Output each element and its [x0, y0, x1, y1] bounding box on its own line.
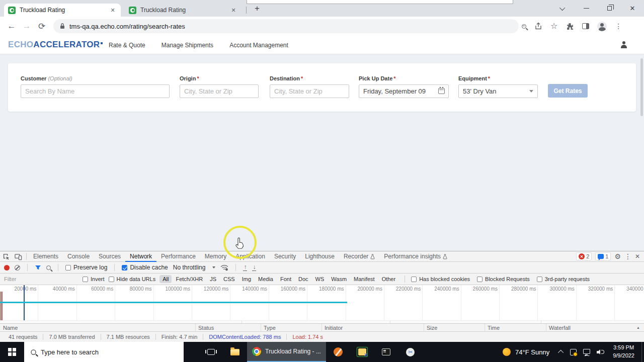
settings-gear-icon[interactable]: ⚙	[614, 253, 621, 260]
new-tab-button[interactable]: +	[251, 3, 263, 15]
type-pill[interactable]: Fetch/XHR	[173, 275, 206, 283]
share-icon[interactable]	[534, 22, 542, 30]
devtools-tab[interactable]: Memory	[200, 251, 231, 262]
address-bar[interactable]: tms-qa.qa.echo.com/rating/search-rates	[53, 19, 519, 33]
tab-close-icon[interactable]: ✕	[109, 6, 117, 14]
sort-arrow-icon[interactable]: ▲	[636, 326, 640, 329]
taskbar-clock[interactable]: 3:59 PM 9/9/2022	[608, 342, 639, 362]
reload-icon[interactable]: ⟳	[34, 21, 49, 32]
devtools-close-icon[interactable]: ✕	[635, 253, 640, 260]
customer-input[interactable]	[21, 84, 170, 98]
start-button[interactable]	[0, 342, 24, 362]
column-header[interactable]: Initiator	[325, 325, 343, 331]
nav-item[interactable]: Manage Shipments	[162, 42, 213, 49]
disable-cache-checkbox[interactable]: Disable cache	[122, 264, 168, 271]
invert-checkbox[interactable]: Invert	[83, 276, 105, 282]
taskbar-weather[interactable]: 74°F Sunny	[497, 342, 555, 362]
type-pill[interactable]: Other	[379, 275, 399, 283]
account-person-icon[interactable]	[620, 41, 628, 49]
nav-item[interactable]: Rate & Quote	[109, 42, 145, 49]
filter-checkbox[interactable]: Has blocked cookies	[411, 276, 470, 282]
devtools-tab[interactable]: Lighthouse	[300, 251, 339, 262]
nav-item[interactable]: Account Management	[229, 42, 288, 49]
pinned-app-button[interactable]: ✂	[398, 342, 423, 362]
destination-input[interactable]	[270, 84, 349, 98]
inspect-element-icon[interactable]	[0, 251, 12, 261]
devtools-tab[interactable]: Network	[125, 251, 156, 262]
show-desktop-button[interactable]	[641, 342, 644, 362]
type-pill[interactable]: JS	[207, 275, 219, 283]
back-icon[interactable]: ←	[4, 21, 19, 31]
column-header[interactable]: Time	[488, 325, 500, 331]
column-header[interactable]: Waterfall	[549, 325, 571, 331]
preserve-log-checkbox[interactable]: Preserve log	[65, 264, 107, 271]
column-header[interactable]: Type	[264, 325, 276, 331]
hide-data-urls-checkbox[interactable]: Hide data URLs	[109, 276, 156, 282]
devtools-tab[interactable]: Performance	[156, 251, 200, 262]
pinned-app-button[interactable]	[374, 342, 398, 362]
network-tray-icon[interactable]	[583, 349, 590, 354]
file-explorer-button[interactable]	[223, 342, 247, 362]
volume-icon[interactable]	[597, 349, 604, 355]
devtools-menu-kebab-icon[interactable]: ⋮	[624, 252, 631, 260]
taskbar-search[interactable]	[24, 342, 184, 362]
tray-chevron-icon[interactable]	[558, 350, 564, 355]
minimize-icon[interactable]	[575, 0, 598, 17]
type-pill[interactable]: CSS	[220, 275, 238, 283]
origin-input[interactable]	[180, 84, 259, 98]
filter-checkbox[interactable]: Blocked Requests	[477, 276, 530, 282]
network-conditions-icon[interactable]	[220, 264, 228, 271]
type-pill[interactable]: Manifest	[351, 275, 378, 283]
browser-menu-kebab-icon[interactable]: ⋮	[615, 22, 622, 30]
devtools-tab[interactable]: Elements	[29, 251, 63, 262]
pinned-app-button[interactable]	[326, 342, 350, 362]
extensions-puzzle-icon[interactable]	[566, 22, 574, 31]
device-toolbar-icon[interactable]	[12, 251, 24, 261]
filter-input[interactable]	[4, 276, 78, 283]
devtools-tab[interactable]: Security	[270, 251, 300, 262]
type-pill[interactable]: Img	[239, 275, 254, 283]
import-har-icon[interactable]: ↑	[243, 264, 247, 271]
window-close-icon[interactable]: ✕	[621, 0, 644, 17]
clear-icon[interactable]	[15, 265, 20, 270]
zoom-icon[interactable]	[522, 24, 526, 29]
page-scrollbar[interactable]	[640, 58, 643, 116]
side-panel-icon[interactable]	[582, 23, 589, 29]
restore-icon[interactable]	[598, 0, 621, 17]
tab-truckload-rating-2[interactable]: Truckload Rating ✕	[125, 4, 242, 17]
column-header[interactable]: Size	[427, 325, 437, 331]
devtools-tab[interactable]: Console	[63, 251, 94, 262]
column-header[interactable]: Status	[198, 325, 214, 331]
type-pill[interactable]: All	[159, 275, 172, 283]
network-overview[interactable]: 20000 ms40000 ms60000 ms80000 ms100000 m…	[0, 285, 644, 324]
type-pill[interactable]: Wasm	[328, 275, 350, 283]
type-pill[interactable]: Font	[277, 275, 294, 283]
tray-app-icon[interactable]	[570, 349, 577, 355]
pinned-app-button[interactable]	[350, 342, 374, 362]
equipment-select[interactable]: 53' Dry Van	[458, 84, 538, 98]
type-pill[interactable]: Doc	[295, 275, 311, 283]
type-pill[interactable]: WS	[312, 275, 328, 283]
error-badge[interactable]: ✕2	[576, 252, 592, 260]
forward-icon[interactable]: →	[19, 21, 34, 31]
tab-close-icon[interactable]: ✕	[229, 6, 237, 14]
throttling-select[interactable]: No throttling	[173, 264, 216, 271]
profile-avatar[interactable]	[597, 22, 607, 31]
filter-funnel-icon[interactable]	[35, 265, 41, 270]
calendar-icon[interactable]	[438, 88, 445, 94]
type-pill[interactable]: Media	[255, 275, 276, 283]
taskbar-search-input[interactable]	[41, 348, 156, 356]
chrome-taskbar-button[interactable]: Truckload Rating - ...	[247, 342, 326, 362]
column-header[interactable]: Name	[3, 325, 18, 331]
pickup-date-input[interactable]	[359, 84, 449, 98]
echo-accelerator-logo[interactable]: ECHOACCELERATOR	[8, 40, 103, 50]
export-har-icon[interactable]: ↓	[252, 264, 256, 271]
filter-checkbox[interactable]: 3rd-party requests	[537, 276, 590, 282]
devtools-tab[interactable]: Recorder	[339, 251, 379, 262]
task-view-button[interactable]	[199, 342, 223, 362]
get-rates-button[interactable]: Get Rates	[548, 84, 588, 98]
search-icon[interactable]	[46, 265, 51, 270]
devtools-tab[interactable]: Performance insights	[379, 251, 452, 262]
tab-truckload-rating-1[interactable]: Truckload Rating ✕	[4, 4, 121, 17]
window-chevron-icon[interactable]	[551, 0, 575, 17]
